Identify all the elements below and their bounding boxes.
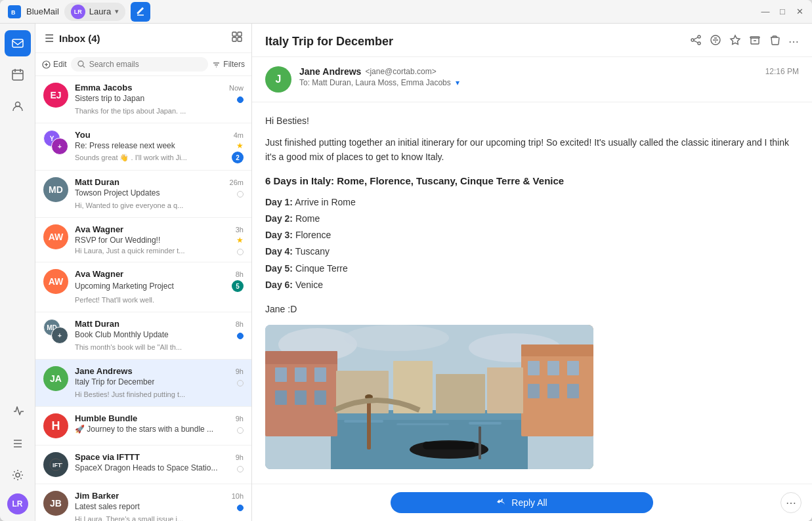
svg-rect-57 bbox=[528, 361, 540, 375]
email-content: Humble Bundle 9h 🚀 Journey to the stars … bbox=[75, 413, 244, 435]
maximize-button[interactable]: □ bbox=[778, 7, 787, 16]
delete-icon[interactable] bbox=[769, 34, 780, 49]
title-bar: B BlueMail LR Laura ▾ — □ ✕ bbox=[0, 0, 812, 24]
email-content: Matt Duran 8h Book Club Monthly Update T… bbox=[75, 319, 244, 352]
list-item[interactable]: MD Matt Duran 26m Towson Project Updates… bbox=[35, 171, 251, 218]
email-list-header: ☰ Inbox (4) bbox=[35, 24, 251, 53]
main-content: LR ☰ Inbox (4) Edit bbox=[0, 24, 812, 521]
svg-rect-52 bbox=[275, 390, 287, 405]
email-content: Jane Andrews 9h Italy Trip for December … bbox=[75, 366, 244, 400]
email-preview: This month's book will be "All th... bbox=[75, 343, 182, 351]
close-button[interactable]: ✕ bbox=[795, 7, 804, 16]
email-preview: Hi Laura, Just a quick reminder t... bbox=[75, 247, 185, 255]
more-options-button[interactable]: ⋯ bbox=[780, 492, 801, 513]
more-icon[interactable]: ⋯ bbox=[788, 35, 799, 48]
toolbar: Edit Filters bbox=[35, 53, 251, 76]
avatar: JB bbox=[43, 491, 68, 516]
list-item[interactable]: H Humble Bundle 9h 🚀 Journey to the star… bbox=[35, 407, 251, 446]
venice-svg bbox=[265, 325, 593, 469]
reply-bar: Reply All ⋯ bbox=[252, 484, 812, 521]
email-time: 4m bbox=[234, 131, 244, 139]
menu-icon[interactable]: ☰ bbox=[45, 32, 54, 45]
svg-rect-61 bbox=[547, 384, 559, 398]
nav-calendar[interactable] bbox=[5, 62, 31, 88]
email-time: 9h bbox=[236, 367, 244, 375]
email-sender: Humble Bundle bbox=[75, 413, 137, 423]
list-item[interactable]: IFTTT Space via IFTTT 9h SpaceX Dragon H… bbox=[35, 446, 251, 484]
filter-icon[interactable] bbox=[710, 34, 721, 49]
svg-rect-16 bbox=[238, 37, 242, 41]
minimize-button[interactable]: — bbox=[761, 7, 770, 16]
svg-rect-50 bbox=[295, 367, 307, 382]
svg-line-21 bbox=[83, 66, 85, 68]
avatar: MD bbox=[43, 177, 68, 202]
share-icon[interactable] bbox=[690, 34, 702, 49]
email-content: You 4m Re: Press release next week ★ Sou… bbox=[75, 130, 244, 163]
reply-all-button[interactable]: Reply All bbox=[391, 492, 653, 513]
itinerary-list: Day 1: Arrive in Rome Day 2: Rome Day 3:… bbox=[265, 194, 799, 293]
email-subject: Re: Press release next week bbox=[75, 141, 175, 150]
email-subject: Book Club Monthly Update bbox=[75, 330, 169, 339]
list-item[interactable]: Y + You 4m Re: Press release next week ★ bbox=[35, 123, 251, 171]
email-time: 10h bbox=[232, 492, 244, 500]
svg-point-29 bbox=[698, 42, 700, 45]
email-sender: Ava Wagner bbox=[75, 224, 123, 234]
svg-rect-36 bbox=[750, 37, 759, 38]
email-body: Hi Besties! Just finished putting togeth… bbox=[252, 102, 812, 484]
email-detail-title: Italy Trip for December bbox=[265, 35, 393, 49]
svg-line-30 bbox=[694, 37, 698, 39]
search-input[interactable] bbox=[89, 60, 202, 69]
user-selector[interactable]: LR Laura ▾ bbox=[64, 3, 125, 21]
recipients-expand[interactable]: ▾ bbox=[456, 78, 459, 87]
list-item[interactable]: MD + Matt Duran 8h Book Club Monthly Upd… bbox=[35, 312, 251, 360]
nav-settings[interactable] bbox=[5, 462, 31, 488]
filters-button[interactable]: Filters bbox=[212, 60, 245, 69]
nav-list[interactable] bbox=[5, 430, 31, 457]
email-preview: Hi Laura, There's a small issue i... bbox=[75, 515, 183, 521]
unread-dot bbox=[237, 380, 244, 386]
sender-name: Jane Andrews bbox=[299, 66, 361, 77]
star-action-icon[interactable] bbox=[729, 34, 741, 49]
nav-like[interactable] bbox=[5, 399, 31, 425]
list-item[interactable]: AW Ava Wagner 8h Upcoming Marketing Proj… bbox=[35, 262, 251, 312]
svg-point-27 bbox=[698, 35, 700, 38]
compose-button[interactable] bbox=[131, 2, 150, 22]
email-time: 26m bbox=[230, 178, 244, 186]
search-bar[interactable] bbox=[71, 57, 209, 72]
nav-mail[interactable] bbox=[5, 30, 31, 56]
email-subject: Towson Project Updates bbox=[75, 188, 160, 198]
svg-rect-60 bbox=[528, 384, 540, 398]
avatar: AW bbox=[43, 269, 68, 294]
email-sender: You bbox=[75, 130, 91, 140]
email-badge: 5 bbox=[232, 280, 244, 292]
list-item[interactable]: AW Ava Wagner 3h RSVP for Our Wedding!! … bbox=[35, 218, 251, 262]
avatar: IFTTT bbox=[43, 452, 68, 477]
email-badge: 2 bbox=[232, 152, 244, 163]
svg-rect-59 bbox=[567, 361, 579, 375]
svg-rect-54 bbox=[314, 390, 326, 405]
email-time: 8h bbox=[236, 320, 244, 328]
svg-rect-48 bbox=[265, 351, 337, 364]
svg-rect-56 bbox=[521, 344, 593, 356]
svg-rect-49 bbox=[275, 367, 287, 382]
email-subject: RSVP for Our Wedding!! bbox=[75, 236, 160, 245]
list-item[interactable]: JA Jane Andrews 9h Italy Trip for Decemb… bbox=[35, 360, 251, 407]
email-content: Emma Jacobs Now Sisters trip to Japan Th… bbox=[75, 83, 244, 116]
svg-rect-65 bbox=[436, 374, 485, 413]
archive-icon[interactable] bbox=[749, 34, 761, 49]
unread-dot bbox=[237, 96, 244, 103]
svg-rect-51 bbox=[314, 367, 326, 382]
profile-avatar[interactable]: LR bbox=[7, 493, 28, 514]
email-subject: Upcoming Marketing Project bbox=[75, 281, 174, 291]
edit-button[interactable]: Edit bbox=[42, 60, 67, 69]
avatar: JA bbox=[43, 366, 68, 391]
email-sender: Jane Andrews bbox=[75, 366, 133, 376]
email-list: EJ Emma Jacobs Now Sisters trip to Japan… bbox=[35, 76, 251, 521]
list-item[interactable]: JB Jim Barker 10h Latest sales report Hi… bbox=[35, 484, 251, 521]
svg-rect-62 bbox=[567, 384, 579, 398]
layout-toggle-icon[interactable] bbox=[232, 31, 242, 45]
unread-dot bbox=[237, 466, 244, 472]
email-content: Ava Wagner 8h Upcoming Marketing Project… bbox=[75, 269, 244, 305]
nav-contacts[interactable] bbox=[5, 93, 31, 119]
list-item[interactable]: EJ Emma Jacobs Now Sisters trip to Japan… bbox=[35, 76, 251, 123]
